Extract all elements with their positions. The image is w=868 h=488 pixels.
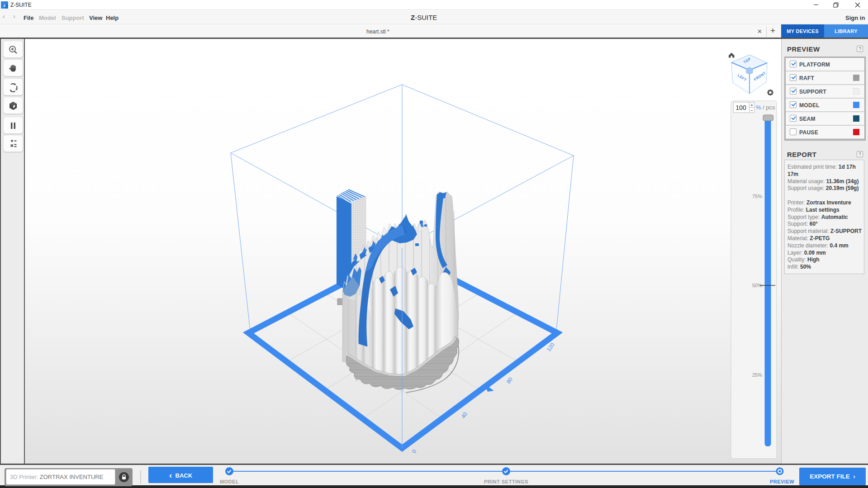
- svg-text:MODEL: MODEL: [220, 479, 239, 484]
- svg-text:−: −: [750, 108, 753, 113]
- svg-text:25%: 25%: [752, 372, 762, 378]
- svg-text:%: %: [756, 104, 761, 111]
- svg-text:/ pcs: / pcs: [763, 104, 775, 111]
- svg-text:+: +: [750, 103, 753, 108]
- svg-text:75%: 75%: [752, 194, 762, 199]
- svg-text:100: 100: [735, 104, 746, 111]
- svg-text:PRINT SETTINGS: PRINT SETTINGS: [484, 479, 528, 484]
- svg-text:PREVIEW: PREVIEW: [770, 479, 794, 484]
- svg-text:z: z: [4, 3, 6, 8]
